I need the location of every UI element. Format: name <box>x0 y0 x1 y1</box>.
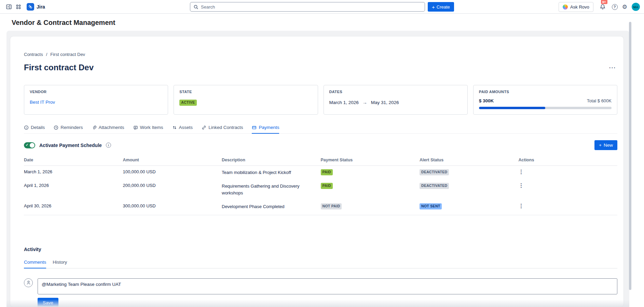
activate-schedule-toggle[interactable]: ✓ <box>24 142 35 148</box>
tab-assets[interactable]: Assets <box>172 125 193 134</box>
total-amount: Total $ 600K <box>587 98 612 103</box>
work-items-icon <box>133 125 138 130</box>
col-amount: Amount <box>123 158 222 162</box>
topbar-right: Ask Rovo 9+ ? ⚙ MA <box>559 0 640 14</box>
alert-status-badge: NOT SENT <box>420 203 442 209</box>
payment-date: March 1, 2026 <box>24 169 123 174</box>
plus-icon: + <box>599 143 602 148</box>
app-switcher-button[interactable] <box>14 2 23 12</box>
state-card: State ACTIVE <box>174 85 318 115</box>
payment-status-badge: PAID <box>321 169 333 175</box>
vendor-link[interactable]: Best IT Prov <box>30 100 55 105</box>
notifications-button[interactable]: 9+ <box>598 2 607 12</box>
plus-icon: + <box>432 4 435 10</box>
payment-amount: 200,000.00 USD <box>123 183 222 188</box>
col-alert-status: Alert Status <box>420 158 519 162</box>
create-button[interactable]: + Create <box>428 2 454 12</box>
user-avatar[interactable]: MA <box>632 3 640 11</box>
topbar: Jira + Create Ask Rovo 9+ ? ⚙ <box>0 0 644 14</box>
payment-description: Development Phase Completed <box>222 203 321 210</box>
tab-payments[interactable]: Payments <box>252 125 279 134</box>
info-icon[interactable]: i <box>106 143 111 148</box>
tab-attachments[interactable]: Attachments <box>92 125 124 134</box>
search-input[interactable] <box>201 4 422 10</box>
paperclip-icon <box>92 125 97 130</box>
jira-home-link[interactable]: Jira <box>27 3 45 11</box>
link-icon <box>202 125 206 130</box>
save-comment-button[interactable]: Save <box>38 298 58 307</box>
tab-work-items[interactable]: Work Items <box>133 125 163 134</box>
start-date: March 1, 2026 <box>329 100 359 105</box>
row-actions-kebab-icon[interactable]: ⋮ <box>519 182 524 188</box>
notification-count-badge: 9+ <box>601 0 607 4</box>
payment-amount: 300,000.00 USD <box>123 203 222 208</box>
paid-amounts-card: Paid Amounts $ 300K Total $ 600K <box>473 85 617 115</box>
vendor-label: Vendor <box>30 90 162 94</box>
payments-table: Date Amount Description Payment Status A… <box>24 156 617 215</box>
tab-reminders[interactable]: Reminders <box>54 125 83 134</box>
app-name: Jira <box>37 4 45 10</box>
tab-linked-contracts[interactable]: Linked Contracts <box>202 125 243 134</box>
row-actions-kebab-icon[interactable]: ⋮ <box>519 203 524 209</box>
vendor-card: Vendor Best IT Prov <box>24 85 168 115</box>
table-row: April 30, 2026 300,000.00 USD Developmen… <box>24 200 617 215</box>
contract-tabs: Details Reminders Attachments Work Items… <box>24 125 617 134</box>
breadcrumb-current: First contract Dev <box>50 52 85 57</box>
paid-amounts-label: Paid Amounts <box>479 90 612 94</box>
arrow-right-icon: → <box>362 100 367 105</box>
payment-status-badge: NOT PAID <box>321 203 342 209</box>
person-icon <box>26 280 31 285</box>
page-scrollbar[interactable] <box>629 22 631 290</box>
col-description: Description <box>222 158 321 162</box>
breadcrumb: Contracts / First contract Dev <box>24 52 617 57</box>
jira-logo-icon <box>27 3 34 11</box>
expand-sidebar-button[interactable] <box>4 2 14 12</box>
dates-card: Dates March 1, 2026 → May 31, 2026 <box>324 85 468 115</box>
assets-sort-icon <box>172 125 177 130</box>
paid-progress-fill <box>479 107 545 109</box>
table-row: March 1, 2026 100,000.00 USD Team mobili… <box>24 166 617 179</box>
payment-description: Team mobilization & Project Kickoff <box>222 169 321 176</box>
rovo-icon <box>563 4 568 10</box>
col-actions: Actions <box>519 158 618 162</box>
table-row: April 1, 2026 200,000.00 USD Requirement… <box>24 179 617 200</box>
paid-amount: $ 300K <box>479 98 494 103</box>
state-badge: ACTIVE <box>179 100 196 106</box>
help-icon[interactable]: ? <box>612 4 618 10</box>
more-actions-icon[interactable]: ⋯ <box>607 64 617 71</box>
comment-input[interactable]: @Marketing Team Please confirm UAT <box>38 278 617 294</box>
col-payment-status: Payment Status <box>321 158 420 162</box>
info-icon <box>24 125 29 130</box>
search-icon <box>193 4 198 10</box>
payment-date: April 1, 2026 <box>24 183 123 188</box>
paid-progress-bar <box>479 107 612 109</box>
breadcrumb-separator: / <box>46 52 47 57</box>
sidebar-expand-icon <box>6 4 12 10</box>
payments-card-icon <box>252 125 257 130</box>
new-payment-button[interactable]: + New <box>594 140 617 150</box>
row-actions-kebab-icon[interactable]: ⋮ <box>519 169 524 175</box>
tab-comments[interactable]: Comments <box>24 260 46 268</box>
payment-description: Requirements Gathering and Discovery wor… <box>222 183 321 196</box>
alert-status-badge: DEACTIVATED <box>420 183 449 189</box>
activity-title: Activity <box>24 247 617 252</box>
global-search[interactable] <box>190 2 425 12</box>
check-icon: ✓ <box>26 143 28 147</box>
activity-tabs: Comments History <box>24 260 617 268</box>
end-date: May 31, 2026 <box>371 100 399 105</box>
payment-amount: 100,000.00 USD <box>123 169 222 174</box>
table-header: Date Amount Description Payment Status A… <box>24 156 617 166</box>
alert-status-badge: DEACTIVATED <box>420 169 449 175</box>
content-panel: Contracts / First contract Dev First con… <box>6 31 629 307</box>
tab-history[interactable]: History <box>53 260 67 268</box>
payment-date: April 30, 2026 <box>24 203 123 208</box>
col-date: Date <box>24 158 123 162</box>
breadcrumb-contracts[interactable]: Contracts <box>24 52 43 57</box>
payment-status-badge: PAID <box>321 183 333 189</box>
app-grid-icon <box>16 4 21 10</box>
ask-rovo-button[interactable]: Ask Rovo <box>559 2 593 12</box>
settings-gear-icon[interactable]: ⚙ <box>622 4 627 10</box>
tab-details[interactable]: Details <box>24 125 45 134</box>
toggle-label: Activate Payment Schedule <box>39 143 102 148</box>
bell-icon <box>600 4 606 10</box>
